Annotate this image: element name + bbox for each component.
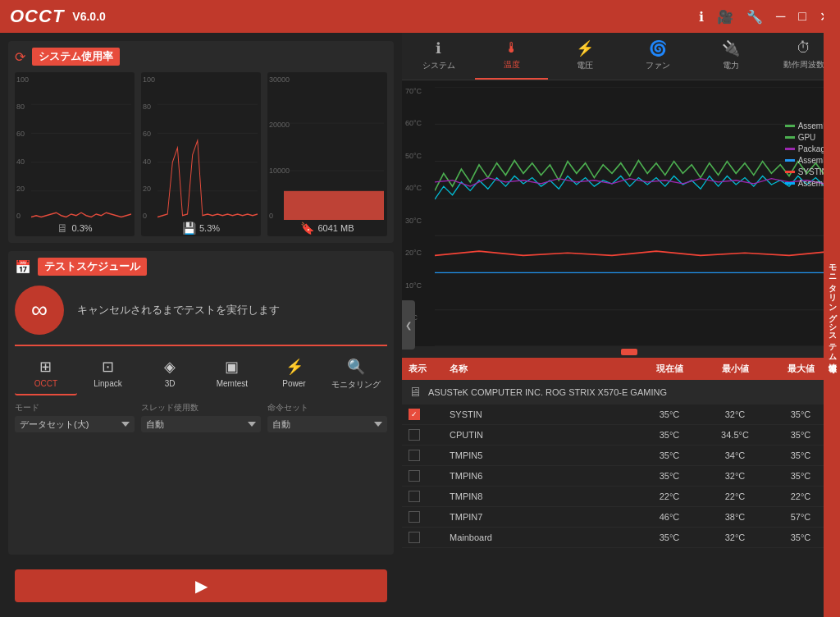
test-schedule-title: テストスケジュール (38, 258, 147, 276)
instruction-dropdown-group: 命令セット 自動 (267, 402, 387, 432)
row-5-current: 46°C (637, 512, 702, 522)
row-3-current: 35°C (637, 471, 702, 481)
row-3-min: 32°C (702, 471, 768, 481)
test-type-power[interactable]: ⚡ Power (263, 353, 326, 395)
cpu-value: 🖥 0.3% (15, 222, 135, 235)
row-6-min: 32°C (702, 532, 768, 542)
header-current: 現在値 (637, 363, 702, 375)
legend-color-assembly-1 (785, 125, 795, 127)
row-0-min: 32°C (702, 409, 768, 419)
test-schedule-card: 📅 テストスケジュール ∞ キャンセルされるまでテストを実行します ⊞ OCCT… (8, 251, 394, 555)
test-type-memtest[interactable]: ▣ Memtest (201, 353, 263, 395)
group-icon: 🖥 (409, 385, 422, 400)
cpu-chart: 100 80 60 40 20 0 (15, 72, 135, 236)
app-version: V6.0.0 (72, 10, 105, 23)
system-tab-icon: ℹ (436, 39, 441, 57)
table-row: Mainboard 35°C 32°C 35°C (402, 528, 840, 548)
threads-label: スレッド使用数 (141, 402, 261, 414)
test-type-monitoring[interactable]: 🔍 モニタリング (325, 353, 387, 395)
system-usage-card: ⟳ システム使用率 100 80 60 40 20 0 (8, 41, 394, 243)
mode-select[interactable]: データセット(大) (15, 416, 135, 432)
memory-value: 💾 5.3% (141, 222, 261, 235)
schedule-description: キャンセルされるまでテストを実行します (77, 303, 280, 318)
sidebar-toggle[interactable]: ❮ (402, 300, 415, 350)
group-name: ASUSTeK COMPUTER INC. ROG STRIX X570-E G… (428, 387, 667, 397)
table-row: TMPIN6 35°C 32°C 35°C (402, 466, 840, 487)
occt-icon: ⊞ (39, 358, 52, 376)
monitoring-icon: 🔍 (347, 358, 365, 376)
tab-power[interactable]: 🔌 電力 (694, 33, 767, 80)
legend-color-systin (785, 171, 795, 173)
system-usage-header: ⟳ システム使用率 (15, 48, 387, 66)
3d-icon: ◈ (164, 358, 176, 376)
row-1-name: CPUTIN (450, 430, 637, 440)
title-bar-controls: ℹ 🎥 🔧 ─ □ ✕ (699, 9, 830, 25)
tab-voltage[interactable]: ⚡ 電圧 (548, 33, 621, 80)
play-button-container: ▶ (8, 563, 394, 609)
schedule-icon: 📅 (15, 259, 31, 275)
row-4-checkbox[interactable] (409, 491, 420, 502)
legend-color-package (785, 148, 795, 150)
infinity-icon: ∞ (15, 286, 64, 335)
maximize-button[interactable]: □ (798, 9, 806, 24)
table-row: TMPIN5 35°C 34°C 35°C (402, 446, 840, 466)
row-1-current: 35°C (637, 430, 702, 440)
row-5-checkbox[interactable] (409, 511, 420, 523)
app-logo: OCCT (10, 6, 64, 27)
hdd-chart: 30000 20000 10000 0 🔖 (267, 72, 387, 236)
row-5-min: 38°C (702, 512, 768, 522)
right-panel: ℹ システム 🌡 温度 ⚡ 電圧 🌀 ファン 🔌 電力 ⏱ 動作周波数 (402, 33, 840, 617)
row-4-name: TMPIN8 (450, 491, 637, 501)
system-usage-title: システム使用率 (32, 48, 120, 66)
test-type-3d[interactable]: ◈ 3D (139, 353, 201, 395)
temperature-tab-icon: 🌡 (504, 39, 519, 57)
info-icon[interactable]: ℹ (699, 9, 704, 25)
memory-chart: 100 80 60 40 20 0 (141, 72, 261, 236)
temp-y-axis: 70°C 60°C 50°C 40°C 30°C 20°C 10°C 0°C (405, 87, 422, 322)
test-type-occt[interactable]: ⊞ OCCT (15, 353, 77, 395)
hdd-value: 🔖 6041 MB (267, 222, 387, 235)
row-1-checkbox[interactable] (409, 429, 420, 441)
row-3-name: TMPIN6 (450, 471, 637, 481)
temp-chart-svg (435, 87, 833, 346)
cpu-y-axis: 100 80 60 40 20 0 (16, 75, 29, 220)
hdd-chart-area (284, 75, 384, 220)
instruction-label: 命令セット (267, 402, 387, 414)
charts-row: 100 80 60 40 20 0 (15, 72, 387, 236)
row-0-current: 35°C (637, 409, 702, 419)
monitoring-tabs: ℹ システム 🌡 温度 ⚡ 電圧 🌀 ファン 🔌 電力 ⏱ 動作周波数 (402, 33, 840, 80)
table-row: SYSTIN 35°C 32°C 35°C (402, 404, 840, 425)
tab-system[interactable]: ℹ システム (402, 33, 475, 80)
row-4-min: 22°C (702, 491, 768, 501)
left-panel: ⟳ システム使用率 100 80 60 40 20 0 (0, 33, 402, 617)
row-3-checkbox[interactable] (409, 470, 420, 482)
tab-temperature[interactable]: 🌡 温度 (475, 33, 548, 80)
camera-icon[interactable]: 🎥 (717, 9, 733, 25)
row-6-current: 35°C (637, 532, 702, 542)
chart-scrollbar[interactable] (402, 346, 840, 358)
chart-scrollbar-thumb[interactable] (621, 349, 637, 355)
settings-icon[interactable]: 🔧 (746, 9, 763, 25)
data-table: 表示 名称 現在値 最小値 最大値 🖥 ASUSTeK COMPUTER INC… (402, 358, 840, 617)
minimize-button[interactable]: ─ (776, 9, 785, 24)
hdd-icon: 🔖 (300, 222, 314, 235)
monitoring-label: モニタリングシステム情報等 (824, 0, 840, 617)
tab-fan[interactable]: 🌀 ファン (621, 33, 694, 80)
threads-select[interactable]: 自動 (141, 416, 261, 432)
legend-color-assembly-2 (785, 159, 795, 162)
header-display: 表示 (409, 363, 450, 375)
test-type-linpack[interactable]: ⊡ Linpack (77, 353, 139, 395)
power-icon: ⚡ (285, 358, 304, 376)
row-2-current: 35°C (637, 450, 702, 460)
main-layout: ⟳ システム使用率 100 80 60 40 20 0 (0, 33, 840, 617)
legend-color-gpu (785, 136, 795, 139)
mode-dropdown-group: モード データセット(大) (15, 402, 135, 432)
row-0-checkbox[interactable] (409, 409, 420, 420)
instruction-select[interactable]: 自動 (267, 416, 387, 432)
row-6-checkbox[interactable] (409, 532, 420, 543)
mode-label: モード (15, 402, 135, 414)
voltage-tab-icon: ⚡ (576, 39, 594, 57)
row-2-checkbox[interactable] (409, 450, 420, 461)
play-button[interactable]: ▶ (15, 569, 387, 602)
table-header: 表示 名称 現在値 最小値 最大値 (402, 358, 840, 380)
